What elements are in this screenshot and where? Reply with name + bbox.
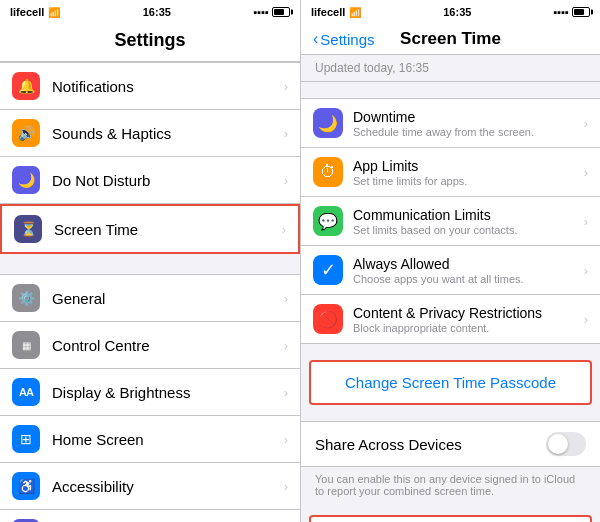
always-allowed-text: Always Allowed Choose apps you want at a… xyxy=(353,256,584,285)
status-bar-left: lifecell 📶 16:35 ▪▪▪▪ xyxy=(0,0,300,22)
screen-time-icon: ⏳ xyxy=(14,215,42,243)
share-label: Share Across Devices xyxy=(315,436,462,453)
wifi-icon-right: 📶 xyxy=(349,7,361,18)
time-right: 16:35 xyxy=(443,6,471,18)
share-desc: You can enable this on any device signed… xyxy=(301,467,600,507)
display-icon: AA xyxy=(12,378,40,406)
general-label: General xyxy=(52,290,280,307)
sounds-chevron: › xyxy=(284,126,288,141)
settings-row-screen-time[interactable]: ⏳ Screen Time › xyxy=(0,204,300,254)
share-toggle[interactable] xyxy=(546,432,586,456)
toggle-knob xyxy=(548,434,568,454)
content-privacy-subtitle: Block inappropriate content. xyxy=(353,322,584,334)
notifications-label: Notifications xyxy=(52,78,280,95)
change-passcode-section: Change Screen Time Passcode xyxy=(309,360,592,405)
always-allowed-chevron: › xyxy=(584,263,588,278)
notifications-icon: 🔔 xyxy=(12,72,40,100)
screen-time-header: ‹ Settings Screen Time xyxy=(301,22,600,55)
status-left: lifecell 📶 xyxy=(10,6,60,18)
settings-row-wallpaper[interactable]: 🖼 Wallpaper › xyxy=(0,510,300,522)
back-button[interactable]: ‹ Settings xyxy=(313,30,375,48)
app-limits-subtitle: Set time limits for apps. xyxy=(353,175,584,187)
screen-time-title: Screen Time xyxy=(400,29,501,49)
settings-row-home-screen[interactable]: ⊞ Home Screen › xyxy=(0,416,300,463)
settings-section-2: ⚙️ General › ▦ Control Centre › AA Displ… xyxy=(0,274,300,522)
always-allowed-title: Always Allowed xyxy=(353,256,584,272)
battery-left xyxy=(272,7,290,17)
st-row-downtime[interactable]: 🌙 Downtime Schedule time away from the s… xyxy=(301,98,600,148)
settings-row-sounds[interactable]: 🔊 Sounds & Haptics › xyxy=(0,110,300,157)
app-limits-title: App Limits xyxy=(353,158,584,174)
notifications-chevron: › xyxy=(284,79,288,94)
time-left: 16:35 xyxy=(143,6,171,18)
home-screen-chevron: › xyxy=(284,432,288,447)
control-centre-chevron: › xyxy=(284,338,288,353)
display-label: Display & Brightness xyxy=(52,384,280,401)
downtime-title: Downtime xyxy=(353,109,584,125)
accessibility-label: Accessibility xyxy=(52,478,280,495)
st-row-communication[interactable]: 💬 Communication Limits Set limits based … xyxy=(301,197,600,246)
screen-time-list: 🌙 Downtime Schedule time away from the s… xyxy=(301,82,600,522)
control-centre-label: Control Centre xyxy=(52,337,280,354)
status-right-left: ▪▪▪▪ xyxy=(253,6,290,18)
dnd-icon: 🌙 xyxy=(12,166,40,194)
communication-text: Communication Limits Set limits based on… xyxy=(353,207,584,236)
content-privacy-text: Content & Privacy Restrictions Block ina… xyxy=(353,305,584,334)
screen-time-label: Screen Time xyxy=(54,221,278,238)
downtime-chevron: › xyxy=(584,116,588,131)
updated-bar: Updated today, 16:35 xyxy=(301,55,600,82)
updated-text: Updated today, 16:35 xyxy=(315,61,429,75)
dnd-label: Do Not Disturb xyxy=(52,172,280,189)
change-passcode-button[interactable]: Change Screen Time Passcode xyxy=(311,362,590,403)
st-row-always-allowed[interactable]: ✓ Always Allowed Choose apps you want at… xyxy=(301,246,600,295)
communication-chevron: › xyxy=(584,214,588,229)
sounds-icon: 🔊 xyxy=(12,119,40,147)
settings-section-1: 🔔 Notifications › 🔊 Sounds & Haptics › 🌙… xyxy=(0,62,300,254)
app-limits-text: App Limits Set time limits for apps. xyxy=(353,158,584,187)
signal-icon-right: ▪▪▪▪ xyxy=(553,6,569,18)
dnd-chevron: › xyxy=(284,173,288,188)
control-centre-icon: ▦ xyxy=(12,331,40,359)
app-limits-icon: ⏱ xyxy=(313,157,343,187)
content-privacy-chevron: › xyxy=(584,312,588,327)
app-limits-chevron: › xyxy=(584,165,588,180)
downtime-text: Downtime Schedule time away from the scr… xyxy=(353,109,584,138)
downtime-icon: 🌙 xyxy=(313,108,343,138)
general-chevron: › xyxy=(284,291,288,306)
change-passcode-label: Change Screen Time Passcode xyxy=(345,374,556,391)
status-bar-right: lifecell 📶 16:35 ▪▪▪▪ xyxy=(301,0,600,22)
settings-panel: lifecell 📶 16:35 ▪▪▪▪ Settings 🔔 Notific… xyxy=(0,0,300,522)
settings-title: Settings xyxy=(0,30,300,51)
st-row-content-privacy[interactable]: 🚫 Content & Privacy Restrictions Block i… xyxy=(301,295,600,344)
back-chevron-icon: ‹ xyxy=(313,30,318,48)
back-label: Settings xyxy=(320,31,374,48)
battery-fill-right xyxy=(574,9,584,15)
downtime-subtitle: Schedule time away from the screen. xyxy=(353,126,584,138)
home-screen-icon: ⊞ xyxy=(12,425,40,453)
st-row-app-limits[interactable]: ⏱ App Limits Set time limits for apps. › xyxy=(301,148,600,197)
home-screen-label: Home Screen xyxy=(52,431,280,448)
turn-off-section: Turn Off Screen Time xyxy=(301,515,600,522)
battery-fill-left xyxy=(274,9,284,15)
settings-list: 🔔 Notifications › 🔊 Sounds & Haptics › 🌙… xyxy=(0,62,300,522)
communication-title: Communication Limits xyxy=(353,207,584,223)
share-desc-text: You can enable this on any device signed… xyxy=(315,473,575,497)
accessibility-chevron: › xyxy=(284,479,288,494)
turn-off-button[interactable]: Turn Off Screen Time xyxy=(309,515,592,522)
settings-row-notifications[interactable]: 🔔 Notifications › xyxy=(0,62,300,110)
communication-subtitle: Set limits based on your contacts. xyxy=(353,224,584,236)
signal-icon-left: ▪▪▪▪ xyxy=(253,6,269,18)
battery-right xyxy=(572,7,590,17)
always-allowed-icon: ✓ xyxy=(313,255,343,285)
settings-row-accessibility[interactable]: ♿ Accessibility › xyxy=(0,463,300,510)
settings-row-control-centre[interactable]: ▦ Control Centre › xyxy=(0,322,300,369)
settings-row-display[interactable]: AA Display & Brightness › xyxy=(0,369,300,416)
settings-header: Settings xyxy=(0,22,300,62)
communication-icon: 💬 xyxy=(313,206,343,236)
screen-time-chevron: › xyxy=(282,222,286,237)
display-chevron: › xyxy=(284,385,288,400)
settings-row-general[interactable]: ⚙️ General › xyxy=(0,274,300,322)
settings-row-dnd[interactable]: 🌙 Do Not Disturb › xyxy=(0,157,300,204)
share-row[interactable]: Share Across Devices xyxy=(301,421,600,467)
wifi-icon-left: 📶 xyxy=(48,7,60,18)
